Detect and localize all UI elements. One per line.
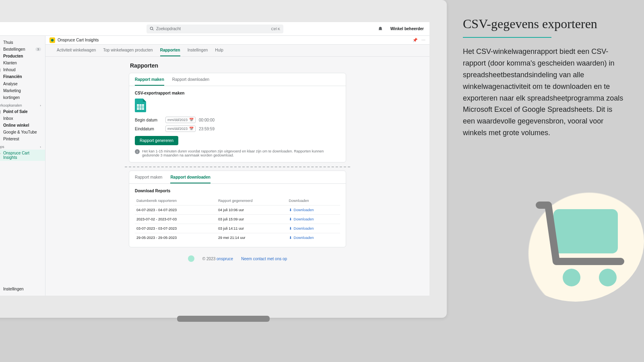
sidebar-item-thuis[interactable]: ⌂Thuis [0,39,45,46]
sidebar-item-bestellingen[interactable]: ☐Bestellingen3 [0,46,45,53]
monitor-stand [177,316,270,322]
promo-panel: CSV-gegevens exporteren Het CSV-winkelwa… [447,0,644,362]
monitor-frame: Zoekopdracht Ctrl K Winkel beheerder ⌂Th… [0,0,447,318]
download-icon: ⬇ [289,226,292,230]
cell-range: 03-07-2023 - 03-07-2023 [135,224,217,233]
marketing-icon: ◎ [0,88,1,93]
sidebar-item-label: Producten [3,54,23,58]
separator [125,167,350,167]
create-heading: CSV-exportrapport maken [135,91,340,95]
sidebar-item-analyse[interactable]: ⫴Analyse [0,80,45,87]
start-date-label: Begin datum [135,118,162,122]
card-tab-rapport-maken[interactable]: Rapport maken [135,77,164,86]
app-screen: Zoekopdracht Ctrl K Winkel beheerder ⌂Th… [0,22,429,296]
pin-icon[interactable]: 📌 [413,38,417,42]
sidebar-item-klanten[interactable]: ▲Klanten [0,60,45,66]
end-time: 23:59:59 [199,127,215,131]
chevron-right-icon[interactable]: › [40,145,41,149]
sidebar-item-label: Bestellingen [3,47,25,51]
app-nav: Activiteit winkelwagenTop winkelwagen pr… [45,45,429,57]
col-range: Datumbereik rapporteren [135,196,217,206]
contact-link[interactable]: Neem contact met ons op [241,257,287,261]
end-date-label: Einddatum [135,127,162,131]
sidebar-item-label: Onspruce Cart Insights [3,151,41,160]
app-header: Onspruce Cart Insights 📌 ⋯ [45,36,429,45]
info-icon: i [135,149,140,154]
calendar-icon: 📅 [189,118,194,122]
promo-divider [463,37,551,38]
tab-activiteit-winkelwagen[interactable]: Activiteit winkelwagen [57,48,96,56]
search-input[interactable]: Zoekopdracht Ctrl K [147,25,283,33]
brand-link[interactable]: onspruce [217,257,233,261]
products-icon: ◆ [0,54,1,58]
sidebar-item-onspruce-cart-insights[interactable]: 🛒Onspruce Cart Insights [0,150,45,161]
store-icon: ⌂ [0,123,1,128]
pos-icon: ▣ [0,109,1,114]
download-icon: ⬇ [289,208,292,212]
admin-label[interactable]: Winkel beheerder [390,27,424,31]
chevron-right-icon[interactable]: › [40,104,41,107]
generate-report-button[interactable]: Rapport genereren [135,136,178,145]
settings-link[interactable]: ⚙ Instellingen [0,286,45,292]
download-link[interactable]: ⬇Downloaden [289,226,314,230]
cell-range: 2023-07-02 - 2023-07-03 [135,215,217,224]
cell-download: ⬇Downloaden [287,215,341,224]
card-tab-rapport-maken[interactable]: Rapport maken [135,175,162,183]
sidebar-item-google-&-youtube[interactable]: GGoogle & YouTube [0,129,45,136]
sidebar-item-kortingen[interactable]: ◈kortingen [0,94,45,101]
apps-header: Apps › [0,142,45,150]
cell-range: 29-05-2023 - 29-05-2023 [135,233,217,243]
download-link[interactable]: ⬇Downloaden [289,208,314,212]
cart-icon: 🛒 [0,153,1,158]
cell-generated: 29 mei 21:14 uur [217,233,287,243]
sidebar-item-label: Google & YouTube [3,130,37,134]
badge: 3 [35,47,41,51]
sidebar-item-financiën[interactable]: ≡Financiën [0,73,45,80]
svg-rect-3 [137,104,144,110]
svg-point-2 [51,39,54,41]
sidebar-item-label: Online winkel [3,123,29,128]
card-tab-rapport-downloaden[interactable]: Rapport downloaden [170,175,210,183]
sidebar: ⌂Thuis☐Bestellingen3◆Producten▲Klanten▤I… [0,36,45,296]
main-content: Onspruce Cart Insights 📌 ⋯ Activiteit wi… [45,36,429,296]
cell-download: ⬇Downloaden [287,233,341,243]
sidebar-item-label: Marketing [3,88,21,93]
tab-top-winkelwagen-producten[interactable]: Top winkelwagen producten [103,48,153,56]
sidebar-item-pinterest[interactable]: PPinterest [0,136,45,142]
tab-rapporten[interactable]: Rapporten [160,48,180,56]
svg-line-1 [153,29,154,30]
cell-generated: 03 juli 15:09 uur [217,215,287,224]
cell-range: 04-07-2023 - 04-07-2023 [135,206,217,215]
start-date-input[interactable]: mm/dd/2023 📅 [165,117,196,123]
sidebar-item-inhoud[interactable]: ▤Inhoud [0,66,45,73]
svg-point-0 [150,27,153,29]
svg-rect-8 [553,209,618,253]
sidebar-item-marketing[interactable]: ◎Marketing [0,87,45,94]
sidebar-item-producten[interactable]: ◆Producten [0,53,45,60]
tab-instellingen[interactable]: Instellingen [188,48,208,56]
download-link[interactable]: ⬇Downloaden [289,236,314,240]
cell-generated: 03 juli 14:11 uur [217,224,287,233]
sidebar-item-label: Pinterest [3,137,19,141]
download-heading: Download Reports [135,189,340,193]
notifications-icon[interactable] [378,26,383,32]
app-logo-icon [50,37,55,43]
sidebar-item-point-of-sale[interactable]: ▣Point of Sale [0,108,45,115]
tab-hulp[interactable]: Hulp [215,48,223,56]
col-download: Downloaden [287,196,341,206]
customers-icon: ▲ [0,61,1,65]
download-link[interactable]: ⬇Downloaden [289,217,314,221]
start-time: 00:00:00 [199,118,215,122]
card-tab-rapport-downloaden[interactable]: Rapport downloaden [172,77,209,86]
table-row: 2023-07-02 - 2023-07-0303 juli 15:09 uur… [135,215,340,224]
footer: © 2023 onspruce Neem contact met ons op [45,251,429,266]
sidebar-item-online-winkel[interactable]: ⌂Online winkel [0,122,45,129]
more-icon[interactable]: ⋯ [421,38,425,42]
home-icon: ⌂ [0,40,1,45]
sidebar-item-label: kortingen [3,95,20,100]
end-date-input[interactable]: mm/dd/2023 📅 [165,125,196,132]
download-icon: ⬇ [289,236,292,240]
sidebar-item-inbox[interactable]: ✉Inbox [0,115,45,122]
sidebar-item-label: Point of Sale [3,109,28,114]
sidebar-item-label: Inhoud [3,68,16,72]
